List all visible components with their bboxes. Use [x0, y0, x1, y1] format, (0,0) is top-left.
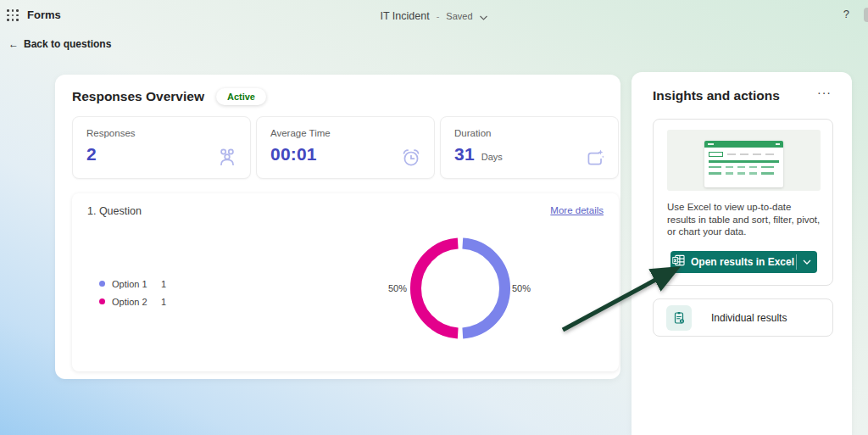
save-status: Saved — [446, 11, 472, 21]
open-results-in-excel-button[interactable]: Open results in Excel — [670, 251, 817, 273]
stat-label: Responses — [86, 128, 236, 138]
excel-button-label: Open results in Excel — [691, 256, 794, 268]
overview-header: Responses Overview Active — [72, 88, 266, 105]
percent-label-left: 50% — [373, 283, 407, 293]
more-details-link[interactable]: More details — [550, 205, 604, 215]
donut-chart — [397, 225, 524, 352]
excel-icon — [672, 254, 685, 270]
individual-results-button[interactable]: Individual results — [653, 298, 833, 337]
legend-label: Option 1 — [112, 279, 161, 289]
insights-panel: Insights and actions ··· — [632, 72, 852, 435]
help-icon[interactable]: ? — [843, 8, 849, 20]
donut-slice-option1 — [463, 243, 505, 333]
excel-illustration — [667, 130, 821, 191]
legend-item: Option 1 1 — [99, 275, 166, 293]
percent-label-right: 50% — [512, 283, 531, 293]
alarm-clock-icon — [400, 147, 422, 169]
stat-label: Duration — [454, 128, 604, 138]
donut-slice-option2 — [415, 243, 458, 333]
stats-row: Responses 2 Average Time 00:01 — [72, 116, 619, 179]
stat-label: Average Time — [270, 128, 420, 138]
legend-label: Option 2 — [112, 297, 161, 307]
chart-legend: Option 1 1 Option 2 1 — [99, 275, 166, 310]
people-icon — [216, 147, 238, 169]
individual-results-label: Individual results — [711, 312, 787, 324]
app-title: Forms — [27, 8, 61, 21]
legend-count: 1 — [161, 279, 166, 289]
stat-value: 00:01 — [270, 144, 317, 165]
spreadsheet-graphic — [704, 141, 783, 187]
legend-dot-option2 — [99, 298, 105, 304]
back-arrow-icon: ← — [8, 38, 19, 50]
stat-card-responses: Responses 2 — [72, 116, 251, 179]
document-title: IT Incident — [380, 10, 429, 22]
excel-description: Use Excel to view up-to-date results in … — [667, 201, 822, 238]
document-header: IT Incident - Saved — [380, 8, 487, 24]
profile-avatar[interactable] — [864, 8, 868, 22]
insights-title: Insights and actions — [653, 88, 780, 103]
app-top-bar: Forms IT Incident - Saved ? — [0, 0, 868, 31]
more-options-icon[interactable]: ··· — [817, 86, 832, 99]
legend-item: Option 2 1 — [99, 293, 166, 310]
calendar-sparkle-icon — [584, 147, 606, 169]
legend-count: 1 — [161, 297, 166, 307]
back-link-label: Back to questions — [24, 38, 111, 50]
responses-overview-card: Responses Overview Active Responses 2 Av… — [55, 75, 620, 379]
question-title: 1. Question — [87, 205, 142, 217]
button-dropdown-chevron-icon[interactable] — [797, 251, 817, 273]
title-separator: - — [437, 11, 440, 21]
excel-insight-card: Use Excel to view up-to-date results in … — [653, 119, 833, 286]
stat-value: 31 — [454, 144, 475, 165]
legend-dot-option1 — [99, 281, 105, 287]
back-to-questions-link[interactable]: ← Back to questions — [8, 38, 111, 50]
chevron-down-icon[interactable] — [480, 8, 488, 24]
page-title: Responses Overview — [72, 89, 204, 104]
stat-unit: Days — [481, 152, 503, 162]
status-badge: Active — [216, 88, 266, 105]
individual-results-icon — [666, 305, 692, 331]
stat-card-average-time: Average Time 00:01 — [256, 116, 435, 179]
stat-value: 2 — [86, 144, 97, 165]
stat-card-duration: Duration 31 Days — [440, 116, 619, 179]
question-results-card: 1. Question More details Option 1 1 Opti… — [72, 193, 619, 371]
app-launcher-icon[interactable] — [7, 9, 19, 21]
